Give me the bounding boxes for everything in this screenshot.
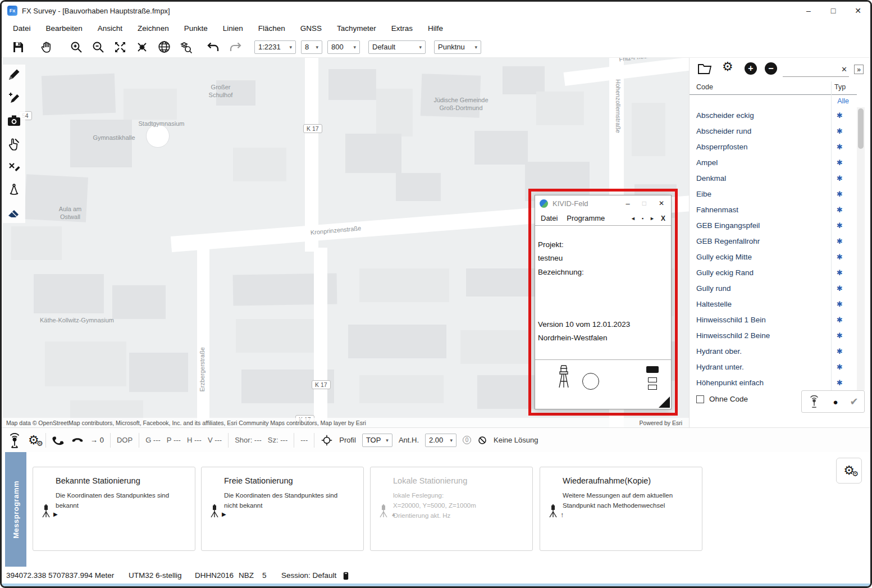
- open-code-list-button[interactable]: [697, 62, 712, 75]
- code-search-input[interactable]: [783, 66, 849, 77]
- kivid-maximize-button[interactable]: □: [642, 199, 646, 207]
- menu-linien[interactable]: Linien: [223, 24, 243, 33]
- crs-label[interactable]: UTM32 6-stellig: [129, 571, 182, 580]
- pointsize-combobox[interactable]: 8▾: [301, 40, 322, 54]
- clear-search-icon[interactable]: ✕: [841, 65, 847, 74]
- style-combobox[interactable]: Default▾: [368, 40, 426, 54]
- menu-bearbeiten[interactable]: Bearbeiten: [46, 24, 83, 33]
- confirm-icon[interactable]: ✔: [850, 395, 858, 408]
- call-disconnect-icon[interactable]: [71, 434, 84, 446]
- gnss-settings-icon[interactable]: ⚙⚙: [28, 434, 39, 446]
- mdi-close-icon[interactable]: X: [661, 215, 665, 222]
- resize-grip[interactable]: [659, 396, 670, 408]
- zoom-selection-button[interactable]: [134, 39, 150, 56]
- edit-draw-tool-icon[interactable]: [6, 90, 22, 106]
- code-list-item[interactable]: Hydrant ober.✱: [690, 343, 857, 359]
- code-list-item[interactable]: Höhenpunkt einfach✱: [690, 375, 857, 390]
- menu-zeichnen[interactable]: Zeichnen: [138, 24, 169, 33]
- remove-code-button[interactable]: −: [765, 62, 777, 75]
- menu-datei[interactable]: Datei: [13, 24, 31, 33]
- code-list-item[interactable]: Eibe✱: [690, 186, 857, 202]
- profil-combobox[interactable]: TOP▾: [362, 434, 392, 447]
- code-settings-button[interactable]: ⚙: [722, 61, 733, 73]
- collapse-panel-icon[interactable]: »: [854, 65, 864, 74]
- card-wiederaufnahme[interactable]: Wiederaufnahme(Kopie) Weitere Messungen …: [540, 467, 702, 551]
- code-list-item[interactable]: GEB Eingangspfeil✱: [690, 217, 857, 233]
- crosshair-icon[interactable]: [321, 434, 333, 446]
- eraser-tool-icon[interactable]: [6, 205, 22, 221]
- nav-back-icon[interactable]: ◄: [631, 216, 636, 221]
- messprogramm-settings-button[interactable]: ⚙⚙: [836, 458, 862, 484]
- point-mode-icon[interactable]: ●: [833, 397, 838, 407]
- code-list-item[interactable]: Absperrpfosten✱: [690, 139, 857, 154]
- gnss-rover-icon[interactable]: [7, 432, 22, 448]
- move-point-tool-icon[interactable]: [6, 136, 22, 152]
- menu-flaechen[interactable]: Flächen: [258, 24, 285, 33]
- code-list-item[interactable]: Fahnenmast✱: [690, 202, 857, 217]
- anth-combobox[interactable]: 2.00▾: [425, 434, 456, 447]
- code-list-item[interactable]: Abscheider rund✱: [690, 123, 857, 139]
- code-list-item[interactable]: Gully eckig Rand✱: [690, 265, 857, 280]
- pointnumber-combobox[interactable]: Punktnu▾: [434, 40, 481, 54]
- minimize-button[interactable]: –: [796, 2, 821, 19]
- nav-forward-icon[interactable]: ►: [650, 216, 655, 221]
- kivid-close-button[interactable]: ✕: [659, 199, 664, 207]
- card-freie-stationierung[interactable]: Freie Stationierung Die Koordinaten des …: [201, 467, 364, 551]
- session-label[interactable]: Session: Default: [281, 571, 336, 580]
- card-bekannte-stationierung[interactable]: Bekannte Stationierung Die Koordinaten d…: [33, 467, 195, 551]
- close-button[interactable]: ✕: [846, 2, 870, 19]
- maximize-button[interactable]: □: [821, 2, 846, 19]
- title-bar[interactable]: Fx FX Survey - [Bauvorhaben Hauptstraße.…: [2, 2, 870, 20]
- menu-hilfe[interactable]: Hilfe: [428, 24, 443, 33]
- measure-tool-icon[interactable]: [6, 182, 22, 198]
- code-list-item[interactable]: Ampel✱: [690, 154, 857, 170]
- code-list-item[interactable]: Abscheider eckig✱: [690, 107, 857, 123]
- total-station-icon[interactable]: [555, 365, 572, 390]
- layer-zoom-button[interactable]: [177, 39, 194, 56]
- menu-gnss[interactable]: GNSS: [300, 24, 322, 33]
- circle-target-icon[interactable]: [582, 373, 599, 390]
- messprogramm-sidebar[interactable]: Messprogramm: [5, 452, 26, 567]
- add-code-button[interactable]: +: [745, 62, 757, 75]
- layer-outline-icon[interactable]: [648, 377, 657, 382]
- code-list-item[interactable]: GEB Regenfallrohr✱: [690, 233, 857, 249]
- photo-tool-icon[interactable]: [6, 113, 22, 129]
- layer-outline-icon[interactable]: [648, 385, 657, 390]
- pan-button[interactable]: [38, 39, 55, 56]
- snap-combobox[interactable]: 800▾: [327, 40, 360, 54]
- scale-combobox[interactable]: 1:2231▾: [254, 40, 296, 54]
- zoom-out-button[interactable]: [90, 39, 107, 56]
- menu-tachymeter[interactable]: Tachymeter: [337, 24, 376, 33]
- code-list-item[interactable]: Hinweisschild 2 Beine✱: [690, 327, 857, 343]
- code-list-item[interactable]: Hinweisschild 1 Bein✱: [690, 312, 857, 327]
- basemap-globe-button[interactable]: [156, 39, 172, 56]
- height-datum-label[interactable]: DHHN2016: [195, 571, 234, 580]
- filter-alle-link[interactable]: Alle: [837, 97, 849, 105]
- kivid-menu-datei[interactable]: Datei: [541, 214, 558, 222]
- code-list-item[interactable]: Gully eckig Mitte✱: [690, 249, 857, 265]
- save-button[interactable]: [10, 39, 26, 56]
- redo-button[interactable]: [227, 39, 244, 56]
- draw-tool-icon[interactable]: [6, 67, 22, 83]
- kivid-minimize-button[interactable]: –: [626, 199, 629, 208]
- nav-list-icon[interactable]: ▪: [642, 216, 643, 221]
- call-connect-icon[interactable]: [52, 434, 65, 446]
- code-list-item[interactable]: Denkmal✱: [690, 170, 857, 186]
- zoom-in-button[interactable]: [68, 39, 85, 56]
- ohne-code-row[interactable]: Ohne Code: [696, 395, 748, 403]
- code-list-item[interactable]: Hydrant unter.✱: [690, 359, 857, 375]
- code-list-item[interactable]: Gully rund✱: [690, 280, 857, 296]
- undo-button[interactable]: [205, 39, 222, 56]
- code-list-item[interactable]: Haltestelle✱: [690, 296, 857, 312]
- menu-punkte[interactable]: Punkte: [184, 24, 208, 33]
- zoom-extents-button[interactable]: [112, 39, 129, 56]
- code-list-scrollbar[interactable]: [857, 107, 865, 390]
- delete-point-tool-icon[interactable]: [6, 159, 22, 175]
- ohne-code-checkbox[interactable]: [696, 395, 704, 403]
- layer-filled-icon[interactable]: [646, 366, 659, 373]
- scrollbar-thumb[interactable]: [858, 108, 864, 149]
- menu-ansicht[interactable]: Ansicht: [98, 24, 122, 33]
- kivid-menu-programme[interactable]: Programme: [567, 214, 605, 222]
- menu-extras[interactable]: Extras: [391, 24, 413, 33]
- line-style-button[interactable]: [492, 39, 506, 56]
